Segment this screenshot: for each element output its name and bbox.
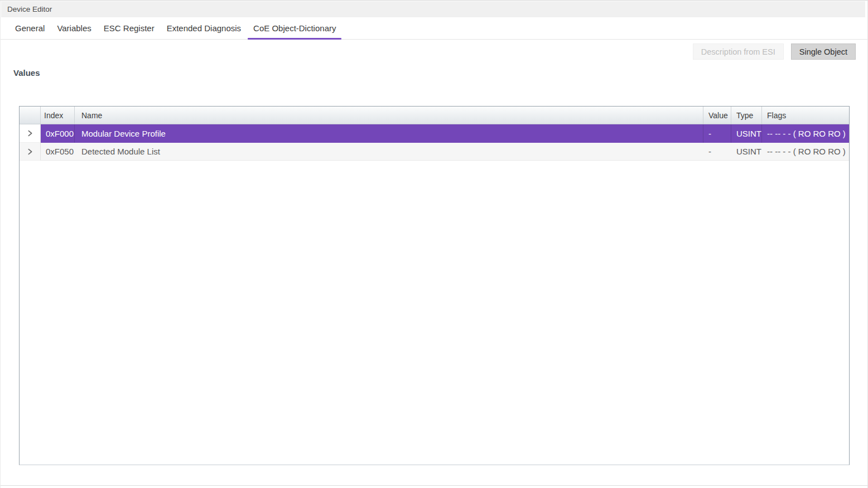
cell-type: USINT [731, 124, 762, 143]
tab-label: General [15, 23, 45, 33]
tab-esc-register[interactable]: ESC Register [98, 17, 161, 39]
description-from-esi-button[interactable]: Description from ESI [693, 44, 784, 60]
window-title: Device Editor [7, 5, 52, 13]
tab-label: ESC Register [104, 23, 155, 33]
table-row-0xF000[interactable]: 0xF000 Modular Device Profile - USINT --… [20, 124, 849, 143]
expand-row-button[interactable] [20, 143, 41, 161]
chevron-right-icon [26, 148, 34, 156]
tab-label: Extended Diagnosis [167, 23, 241, 33]
cell-flags: -- -- - - ( RO RO RO ) [762, 124, 849, 143]
tab-bar: General Variables ESC Register Extended … [1, 17, 867, 40]
device-editor-window: Device Editor General Variables ESC Regi… [0, 0, 868, 488]
cell-type: USINT [731, 143, 762, 161]
tab-variables[interactable]: Variables [51, 17, 97, 39]
expand-row-button[interactable] [20, 124, 41, 143]
tab-label: CoE Object-Dictionary [253, 23, 336, 33]
single-object-button[interactable]: Single Object [791, 44, 856, 60]
tab-general[interactable]: General [9, 17, 51, 39]
tab-label: Variables [57, 23, 91, 33]
table-row-0xF050[interactable]: 0xF050 Detected Module List - USINT -- -… [20, 143, 849, 161]
cell-index: 0xF000 [41, 124, 75, 143]
cell-value: - [703, 124, 731, 143]
cell-index: 0xF050 [41, 143, 75, 161]
window-titlebar: Device Editor [1, 1, 865, 17]
header-name[interactable]: Name [75, 107, 703, 124]
chevron-right-icon [26, 129, 34, 137]
window-bottom-border [1, 485, 867, 486]
cell-name: Detected Module List [75, 143, 703, 161]
header-type[interactable]: Type [731, 107, 762, 124]
header-value[interactable]: Value [703, 107, 731, 124]
values-section-label: Values [13, 68, 40, 78]
table-header-row: Index Name Value Type Flags [20, 107, 849, 124]
cell-value: - [703, 143, 731, 161]
cell-flags: -- -- - - ( RO RO RO ) [762, 143, 849, 161]
header-flags[interactable]: Flags [762, 107, 849, 124]
header-expander-column [20, 107, 41, 124]
toolbar: Description from ESI Single Object [693, 44, 856, 60]
header-index[interactable]: Index [41, 107, 75, 124]
tab-coe-object-dictionary[interactable]: CoE Object-Dictionary [247, 17, 342, 39]
cell-name: Modular Device Profile [75, 124, 703, 143]
tab-extended-diagnosis[interactable]: Extended Diagnosis [161, 17, 247, 39]
object-dictionary-table: Index Name Value Type Flags 0xF000 Modul… [19, 106, 850, 465]
